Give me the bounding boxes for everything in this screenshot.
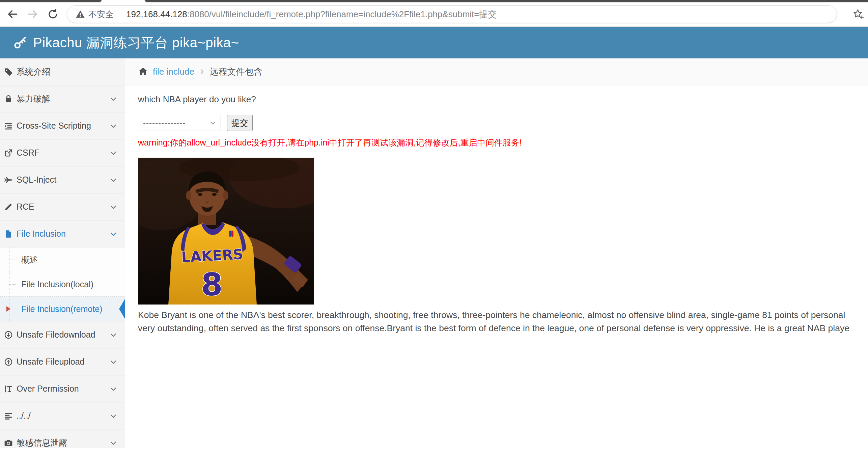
sidebar-item-system-intro[interactable]: 系统介绍	[0, 58, 125, 85]
back-arrow-icon	[6, 8, 19, 20]
file-icon	[3, 229, 14, 239]
chevron-down-icon	[109, 149, 117, 157]
sidebar-item-label: SQL-Inject	[17, 175, 56, 185]
sidebar-item-rce[interactable]: RCE	[0, 193, 125, 220]
submit-button[interactable]: 提交	[227, 115, 253, 131]
sidebar-subitem-label: File Inclusion(remote)	[21, 304, 102, 314]
sidebar-item-xss[interactable]: Cross-Site Scripting	[0, 112, 125, 139]
sidebar-item-unsafe-filedownload[interactable]: Unsafe Filedownload	[0, 321, 125, 348]
share-icon	[3, 148, 14, 158]
main-content: file include 远程文件包含 which NBA player do …	[125, 58, 868, 448]
sidebar-item-sensitive-info-leak[interactable]: 敏感信息泄露	[0, 429, 125, 448]
sidebar-subitem-overview[interactable]: 概述	[0, 247, 125, 272]
active-tab-top[interactable]	[101, 0, 146, 2]
player-select[interactable]: --------------	[138, 115, 221, 131]
url-path: :8080/vul/fileinclude/fi_remote.php?file…	[187, 9, 497, 19]
chevron-down-icon	[109, 412, 117, 420]
sidebar-subitem-label: File Inclusion(local)	[21, 280, 93, 289]
player-select-value: --------------	[143, 118, 209, 128]
browser-tab-strip	[0, 0, 868, 2]
outdent-icon	[3, 121, 14, 131]
sidebar-item-unsafe-fileupload[interactable]: Unsafe Fileupload	[0, 348, 125, 375]
sidebar-item-label: RCE	[17, 202, 34, 212]
security-label: 不安全	[88, 9, 114, 20]
chevron-down-icon	[109, 95, 117, 103]
tag-icon	[3, 67, 14, 77]
chevron-down-icon	[109, 385, 117, 393]
url-text: 192.168.44.128:8080/vul/fileinclude/fi_r…	[126, 8, 497, 20]
breadcrumb-chevron-icon	[199, 69, 205, 75]
download-circle-icon	[3, 330, 14, 340]
active-item-marker	[119, 299, 125, 319]
align-left-icon	[3, 411, 14, 421]
chevron-down-icon	[109, 122, 117, 130]
url-host: 192.168.44.128	[126, 9, 187, 19]
upload-circle-icon	[3, 357, 14, 367]
sidebar-item-label: Unsafe Filedownload	[17, 330, 95, 340]
text-height-icon	[3, 384, 14, 394]
sidebar-item-label: File Inclusion	[17, 229, 66, 239]
jersey-number: 8	[201, 267, 223, 303]
warning-triangle-icon	[75, 9, 85, 19]
forward-button[interactable]	[25, 6, 40, 22]
player-description-line1: Kobe Bryant is one of the NBA's best sco…	[138, 309, 868, 322]
active-item-arrow-icon	[6, 306, 10, 312]
chevron-down-icon	[109, 203, 117, 211]
lock-icon	[3, 94, 14, 104]
star-plus-icon	[852, 8, 864, 20]
sidebar-item-over-permission[interactable]: Over Permission	[0, 375, 125, 402]
fighter-jet-icon	[3, 175, 14, 185]
tree-connector	[9, 284, 16, 285]
address-bar[interactable]: 不安全 192.168.44.128:8080/vul/fileinclude/…	[67, 5, 837, 23]
breadcrumb-current-page: 远程文件包含	[210, 66, 262, 78]
warning-message: warning:你的allow_url_include没有打开,请在php.in…	[138, 137, 868, 148]
sidebar-item-file-inclusion[interactable]: File Inclusion	[0, 220, 125, 247]
pencil-icon	[3, 202, 14, 212]
sidebar-item-label: Unsafe Fileupload	[17, 357, 85, 367]
chevron-down-icon	[109, 331, 117, 339]
security-indicator[interactable]: 不安全	[75, 9, 114, 20]
sidebar-item-label: Over Permission	[17, 384, 79, 394]
sidebar: 系统介绍 暴力破解 Cross-Site Scripting	[0, 58, 125, 448]
app-header: Pikachu 漏洞练习平台 pika~pika~	[0, 27, 868, 58]
sidebar-item-label: 系统介绍	[17, 66, 50, 77]
browser-window: 不安全 192.168.44.128:8080/vul/fileinclude/…	[0, 0, 868, 449]
sidebar-item-label: 暴力破解	[17, 93, 50, 104]
camera-icon	[3, 438, 14, 448]
browser-toolbar: 不安全 192.168.44.128:8080/vul/fileinclude/…	[0, 2, 868, 27]
forward-arrow-icon	[27, 8, 39, 20]
back-button[interactable]	[5, 6, 20, 22]
chevron-down-icon	[109, 439, 117, 447]
sidebar-item-sql-inject[interactable]: SQL-Inject	[0, 166, 125, 193]
sidebar-subitem-label: 概述	[21, 254, 38, 265]
sidebar-item-label: 敏感信息泄露	[17, 437, 67, 448]
kobe-bryant-photo: LAKERS 8	[138, 158, 314, 305]
sidebar-item-label: CSRF	[17, 148, 39, 158]
app-title: Pikachu 漏洞练习平台 pika~pika~	[33, 33, 239, 52]
sidebar-item-directory-traversal[interactable]: ../../	[0, 402, 125, 429]
reload-icon	[47, 8, 59, 20]
question-text: which NBA player do you like?	[138, 94, 868, 105]
chevron-down-icon	[109, 358, 117, 366]
player-description-line2: very outstanding, often served as the fi…	[138, 322, 868, 335]
breadcrumb: file include 远程文件包含	[125, 58, 868, 85]
reload-button[interactable]	[45, 6, 61, 22]
jersey-word: LAKERS	[181, 246, 244, 266]
tree-connector	[9, 260, 16, 260]
select-chevron-icon	[209, 119, 217, 127]
player-form: -------------- 提交	[138, 115, 868, 131]
chevron-down-icon	[109, 230, 117, 238]
home-icon	[138, 67, 148, 77]
breadcrumb-section-link[interactable]: file include	[153, 67, 194, 77]
sidebar-subitem-file-inclusion-local[interactable]: File Inclusion(local)	[0, 272, 125, 297]
favorite-button[interactable]	[850, 6, 866, 22]
sidebar-subitem-file-inclusion-remote[interactable]: File Inclusion(remote)	[0, 297, 125, 321]
chevron-down-icon	[109, 176, 117, 184]
sidebar-item-label: Cross-Site Scripting	[17, 121, 91, 131]
url-divider	[120, 9, 120, 19]
key-icon	[13, 36, 27, 49]
sidebar-item-label: ../../	[17, 411, 31, 421]
sidebar-item-csrf[interactable]: CSRF	[0, 139, 125, 166]
sidebar-item-brute-force[interactable]: 暴力破解	[0, 85, 125, 112]
